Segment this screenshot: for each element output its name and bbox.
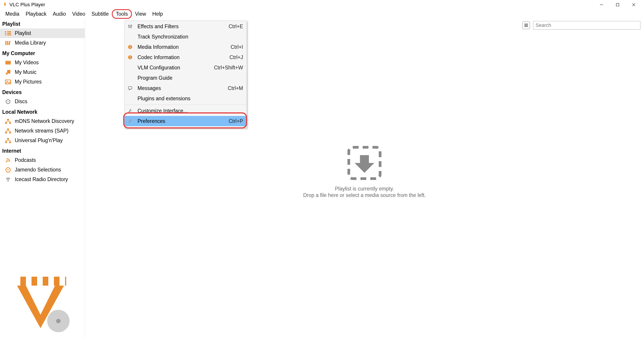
search-input[interactable] [533, 21, 640, 30]
menu-media[interactable]: Media [2, 10, 22, 18]
sidebar-item-podcasts[interactable]: Podcasts [0, 155, 85, 165]
svg-rect-24 [7, 129, 9, 130]
jamendo-icon [4, 167, 12, 173]
network-icon [4, 128, 12, 134]
message-icon [127, 86, 134, 90]
music-icon [4, 69, 12, 75]
sidebar-header-internet: Internet [0, 145, 85, 155]
svg-rect-35 [524, 26, 528, 27]
sidebar-item-label: My Videos [15, 60, 39, 66]
tools-menu-item-program-guide[interactable]: Program Guide [124, 73, 247, 83]
sidebar-item-sap[interactable]: Network streams (SAP) [0, 126, 85, 136]
menu-item-label: Messages [138, 85, 224, 91]
network-icon [4, 138, 12, 144]
menu-item-label: Media Information [138, 44, 226, 50]
svg-rect-15 [5, 61, 11, 62]
playlist-empty-state: Playlist is currently empty. Drop a file… [303, 145, 426, 198]
info-icon [127, 45, 134, 49]
sidebar-item-mdns[interactable]: mDNS Network Discovery [0, 116, 85, 126]
svg-point-53 [130, 46, 130, 46]
svg-point-48 [128, 25, 130, 27]
menubar: Media Playback Audio Video Subtitle Tool… [0, 10, 644, 18]
app-icon [2, 1, 8, 8]
menu-item-shortcut: Ctrl+J [230, 54, 243, 61]
menu-tools[interactable]: Tools [112, 9, 132, 19]
sidebar-item-upnp[interactable]: Universal Plug'n'Play [0, 136, 85, 145]
menu-video[interactable]: Video [69, 10, 88, 18]
titlebar: VLC Plus Player [0, 0, 644, 10]
menu-item-label: Effects and Filters [138, 24, 224, 30]
menu-item-shortcut: Ctrl+Shift+W [214, 65, 243, 71]
tools-menu-item-vlm-configuration[interactable]: VLM ConfigurationCtrl+Shift+W [124, 63, 247, 73]
close-button[interactable] [626, 0, 642, 10]
network-icon [4, 118, 12, 124]
svg-rect-52 [130, 47, 130, 48]
menu-view[interactable]: View [132, 10, 149, 18]
svg-point-32 [8, 180, 9, 182]
sliders-icon [127, 24, 134, 29]
svg-rect-23 [9, 122, 11, 124]
tools-menu-item-messages[interactable]: MessagesCtrl+M [124, 83, 247, 93]
tools-menu-item-track-synchronization[interactable]: Track Synchronization [124, 32, 247, 42]
sidebar-item-label: Playlist [15, 30, 31, 36]
svg-rect-33 [524, 24, 528, 25]
sidebar-item-label: Discs [15, 99, 27, 105]
menu-item-label: VLM Configuration [138, 65, 210, 71]
sidebar-item-my-pictures[interactable]: My Pictures [0, 77, 85, 87]
svg-point-44 [56, 319, 60, 323]
svg-rect-7 [5, 35, 6, 35]
wrench-icon [127, 119, 134, 123]
view-toggle-button[interactable] [522, 22, 530, 29]
sidebar-header-playlist: Playlist [0, 18, 85, 29]
tools-menu-item-codec-information[interactable]: Codec InformationCtrl+J [124, 52, 247, 63]
minimize-button[interactable] [594, 0, 610, 10]
tools-menu-item-customize-interface[interactable]: Customize Interface... [124, 106, 247, 116]
menu-playback[interactable]: Playback [22, 10, 50, 18]
svg-rect-0 [3, 5, 7, 6]
empty-line-2: Drop a file here or select a media sourc… [303, 192, 426, 198]
tools-menu-item-effects-and-filters[interactable]: Effects and FiltersCtrl+E [124, 21, 247, 32]
menu-item-shortcut: Ctrl+P [228, 118, 243, 124]
sidebar-item-label: My Music [15, 69, 36, 75]
tools-menu-item-plugins-and-extensions[interactable]: Plugins and extensions [124, 93, 247, 104]
tools-menu-item-media-information[interactable]: Media InformationCtrl+I [124, 42, 247, 52]
menu-audio[interactable]: Audio [50, 10, 69, 18]
svg-rect-40 [37, 277, 43, 286]
maximize-button[interactable] [610, 0, 626, 10]
menu-item-shortcut: Ctrl+I [230, 44, 243, 50]
menu-help[interactable]: Help [149, 10, 166, 18]
menu-item-label: Track Synchronization [138, 34, 239, 40]
menu-item-shortcut: Ctrl+E [228, 24, 243, 30]
sidebar-item-discs[interactable]: Discs [0, 97, 85, 106]
tools-menu-item-preferences[interactable]: PreferencesCtrl+P [124, 116, 247, 126]
menu-item-label: Customize Interface... [138, 108, 239, 114]
sidebar-item-label: My Pictures [15, 79, 42, 85]
sidebar-header-local-network: Local Network [0, 106, 85, 116]
sidebar-item-label: Network streams (SAP) [15, 128, 68, 134]
svg-point-18 [6, 81, 8, 82]
svg-rect-25 [5, 132, 7, 133]
sidebar-item-my-music[interactable]: My Music [0, 67, 85, 77]
podcast-icon [4, 157, 12, 163]
sidebar-item-media-library[interactable]: Media Library [0, 38, 85, 48]
sidebar-item-label: mDNS Network Discovery [15, 118, 74, 124]
svg-rect-42 [60, 277, 65, 286]
menu-subtitle[interactable]: Subtitle [88, 10, 112, 18]
disc-icon [4, 99, 12, 105]
empty-line-1: Playlist is currently empty. [303, 186, 426, 192]
drop-icon [346, 145, 382, 181]
svg-rect-39 [26, 277, 32, 286]
sidebar-item-my-videos[interactable]: My Videos [0, 58, 85, 67]
tools-dropdown: Effects and FiltersCtrl+ETrack Synchroni… [124, 21, 247, 128]
svg-rect-16 [5, 64, 11, 65]
svg-rect-9 [7, 33, 11, 34]
sidebar-item-icecast[interactable]: Icecast Radio Directory [0, 175, 85, 184]
sidebar-item-jamendo[interactable]: Jamendo Selections [0, 165, 85, 175]
svg-rect-57 [128, 87, 132, 89]
menu-item-label: Preferences [138, 118, 224, 124]
sidebar-item-playlist[interactable]: Playlist [0, 29, 85, 38]
svg-rect-28 [5, 141, 7, 143]
svg-rect-55 [130, 57, 130, 59]
svg-rect-2 [616, 3, 619, 6]
svg-rect-5 [5, 31, 6, 32]
